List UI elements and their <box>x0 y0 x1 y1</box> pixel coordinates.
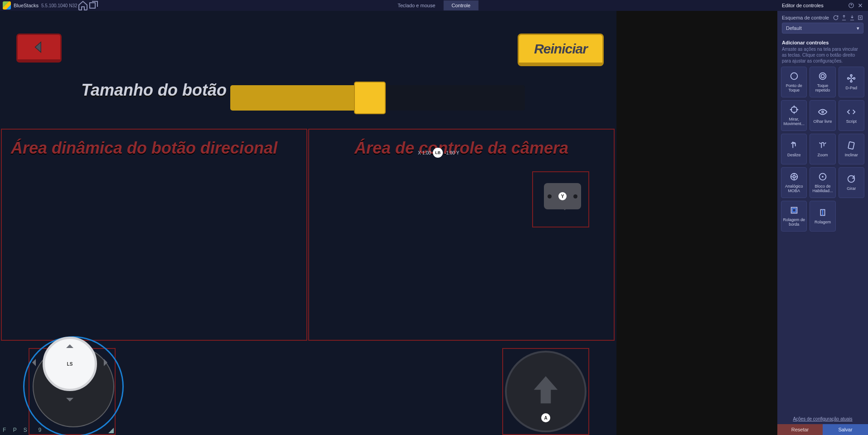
slider-thumb[interactable] <box>354 82 386 114</box>
svg-point-13 <box>791 107 797 113</box>
panel-header: Editor de controles <box>777 0 868 11</box>
tab-gamepad[interactable]: Controle <box>443 0 479 10</box>
zone-right-title: Área de controle da câmera <box>318 139 605 158</box>
control-scroll[interactable]: Rolagem <box>810 201 835 232</box>
panel-title: Editor de controles <box>782 3 824 8</box>
freelook-key[interactable]: LB <box>433 148 443 158</box>
joystick-knob[interactable]: LS <box>43 337 97 391</box>
chevron-down-icon <box>66 398 73 405</box>
joystick-mid-ring: LS <box>33 346 114 427</box>
svg-point-9 <box>850 75 852 77</box>
multi-instance-icon[interactable] <box>88 0 99 11</box>
jump-key-badge[interactable]: A <box>541 413 550 422</box>
svg-point-17 <box>793 175 795 178</box>
svg-rect-0 <box>90 3 95 8</box>
add-controls-title: Adicionar controles <box>777 37 868 46</box>
joystick-zone[interactable]: LS <box>29 348 116 435</box>
tab-keyboard-mouse[interactable]: Teclado e mouse <box>389 0 443 10</box>
bluestacks-logo <box>3 1 11 10</box>
control-edge-scroll[interactable]: Rolagem de borda <box>781 201 807 232</box>
svg-point-19 <box>822 176 823 177</box>
scheme-refresh-icon[interactable] <box>833 14 839 21</box>
home-icon[interactable] <box>78 0 88 11</box>
slider-fill <box>230 85 360 111</box>
svg-point-6 <box>790 73 797 80</box>
control-repeated-tap[interactable]: Toque repetido <box>810 67 835 97</box>
joystick-key-label: LS <box>67 362 73 367</box>
freelook-x-label: X <box>418 150 421 155</box>
freelook-x-value: 1.00 <box>422 150 431 155</box>
dpad-dynamic-zone[interactable]: Área dinâmica do botão direcional <box>1 129 307 341</box>
svg-rect-22 <box>792 208 795 212</box>
zone-left-title: Área dinâmica do botão direcional <box>11 139 297 158</box>
save-button[interactable]: Salvar <box>823 424 868 435</box>
chat-bubble-icon: Y <box>544 183 581 209</box>
control-script[interactable]: Script <box>839 100 864 131</box>
scheme-export-icon[interactable] <box>841 14 847 21</box>
control-rotate[interactable]: Girar <box>839 167 864 198</box>
control-zoom[interactable]: Zoom <box>810 134 835 164</box>
scheme-dropdown[interactable]: Default ▾ <box>782 23 863 34</box>
freelook-y-value: -1.00 <box>445 150 455 155</box>
control-swipe[interactable]: Deslize <box>781 134 807 164</box>
control-free-look[interactable]: Olhar livre <box>810 100 835 131</box>
chat-dot <box>548 194 552 198</box>
reset-button[interactable]: Resetar <box>777 424 823 435</box>
restart-button[interactable]: Reiniciar <box>518 34 604 66</box>
svg-point-11 <box>848 77 849 79</box>
panel-help-icon[interactable] <box>848 2 854 9</box>
back-button[interactable] <box>16 34 62 63</box>
slider-label: Tamanho do botão <box>36 81 227 99</box>
app-version: 5.5.100.1040 N32 <box>41 3 78 8</box>
chevron-left-icon <box>29 359 36 366</box>
control-moba-stick[interactable]: Analógico MOBA <box>781 167 807 198</box>
chevron-down-icon: ▾ <box>857 25 859 31</box>
svg-point-10 <box>850 81 852 82</box>
freelook-y-label: Y <box>456 150 460 155</box>
current-config-actions-link[interactable]: Ações de configuração atuais <box>777 414 868 424</box>
controls-palette: Ponto de Toque Toque repetido D-Pad Mira… <box>777 67 868 232</box>
scheme-value: Default <box>786 25 802 31</box>
fps-counter: F P S 9 <box>3 427 44 433</box>
jump-button-zone[interactable]: A <box>502 348 589 435</box>
scheme-row: Esquema de controle <box>777 11 868 23</box>
control-tap-spot[interactable]: Ponto de Toque <box>781 67 807 97</box>
control-aim-move[interactable]: Mirar, Moviment... <box>781 100 807 131</box>
svg-point-7 <box>821 74 824 77</box>
scheme-new-icon[interactable] <box>857 14 863 21</box>
chat-dot <box>573 194 577 198</box>
joystick-outer-ring: LS <box>23 336 124 435</box>
svg-rect-15 <box>848 142 854 150</box>
chat-button-zone[interactable]: Y <box>532 171 589 227</box>
game-stage: Reiniciar Tamanho do botão Área dinâmica… <box>0 11 616 435</box>
input-mode-tabs: Teclado e mouse Controle <box>389 0 479 10</box>
svg-point-12 <box>853 77 855 79</box>
resize-handle-icon[interactable] <box>108 428 114 433</box>
camera-control-zone[interactable]: Área de controle da câmera <box>308 129 615 341</box>
svg-point-14 <box>822 111 824 113</box>
chevron-up-icon <box>66 341 73 348</box>
control-tilt[interactable]: Inclinar <box>839 134 864 164</box>
panel-footer: Ações de configuração atuais Resetar Sal… <box>777 414 868 435</box>
control-skill-block[interactable]: Bloco de Habilidad... <box>810 167 835 198</box>
scheme-label: Esquema de controle <box>782 15 829 20</box>
freelook-indicator[interactable]: X 1.00 LB -1.00 Y <box>418 148 459 158</box>
panel-close-icon[interactable] <box>857 2 863 9</box>
scheme-import-icon[interactable] <box>849 14 855 21</box>
app-name: BlueStacks <box>14 3 39 8</box>
chevron-right-icon <box>104 359 111 366</box>
controls-editor-panel: Editor de controles Esquema de controle … <box>777 0 868 435</box>
svg-point-8 <box>820 73 826 80</box>
button-size-slider[interactable] <box>230 85 525 111</box>
control-dpad[interactable]: D-Pad <box>839 67 864 97</box>
app-titlebar: BlueStacks 5.5.100.1040 N32 Teclado e mo… <box>0 0 868 11</box>
chat-key-badge[interactable]: Y <box>558 192 567 200</box>
add-controls-hint: Arraste as ações na tela para vincular a… <box>777 46 868 67</box>
